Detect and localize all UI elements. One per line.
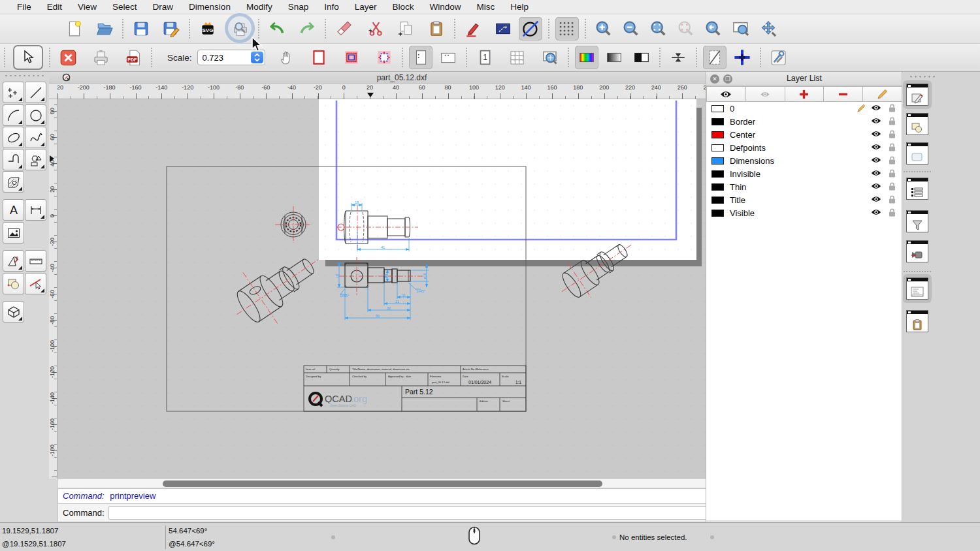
layer-visible-eye-icon[interactable] [871, 143, 881, 153]
scale-input[interactable] [198, 53, 248, 63]
layer-lock-icon[interactable] [889, 169, 896, 180]
drawing-canvas[interactable]: 18 41 [57, 99, 755, 479]
line-tools-icon[interactable] [25, 82, 46, 103]
copy-icon[interactable] [395, 17, 418, 40]
close-preview-icon[interactable] [56, 46, 80, 69]
circle-line-icon[interactable] [519, 17, 542, 40]
print-icon[interactable] [89, 46, 112, 69]
menu-item[interactable]: Block [385, 2, 422, 12]
draw-settings-icon[interactable] [3, 250, 24, 272]
zoom-selection-icon[interactable] [674, 17, 698, 40]
text-tools-icon[interactable]: A [3, 199, 24, 221]
zoom-in-icon[interactable] [592, 17, 615, 40]
add-layer-icon[interactable] [785, 86, 825, 102]
command-line-panel-icon[interactable] [906, 277, 928, 300]
palette-drag-handle[interactable] [4, 74, 44, 78]
layer-list-panel-icon[interactable] [906, 178, 928, 200]
solid-tools-icon[interactable] [3, 301, 24, 323]
edit-layer-icon[interactable] [857, 104, 866, 114]
portrait-icon[interactable] [409, 46, 433, 69]
paste-icon[interactable] [425, 17, 448, 40]
menu-item[interactable]: Layer [347, 2, 385, 12]
dimension-tools-icon[interactable] [25, 199, 46, 221]
clipboard-panel-icon[interactable] [906, 310, 928, 332]
library-browser-panel-icon[interactable] [906, 142, 928, 165]
hatch-tools-icon[interactable] [3, 171, 24, 193]
edit-layer-icon[interactable] [863, 86, 902, 102]
layer-row[interactable]: Dimensions [706, 154, 902, 167]
modify-tools-icon[interactable] [3, 273, 24, 294]
cut-icon[interactable] [365, 17, 388, 40]
draw-pencil-icon[interactable] [461, 17, 485, 40]
layer-lock-icon[interactable] [889, 195, 896, 206]
new-file-icon[interactable] [63, 17, 86, 40]
command-input[interactable] [108, 506, 735, 520]
horizontal-scrollbar[interactable]: 10 < 100 [49, 479, 755, 488]
zoom-out-icon[interactable] [619, 17, 643, 40]
zoom-page-icon[interactable] [538, 46, 562, 69]
layer-visible-eye-icon[interactable] [871, 208, 881, 218]
document-titlebar[interactable]: part_05.12.dxf [49, 72, 755, 84]
spline-tools-icon[interactable] [25, 127, 46, 148]
fit-page-icon[interactable] [372, 46, 396, 69]
point-tools-icon[interactable] [3, 82, 24, 103]
menu-item[interactable]: Misc [469, 2, 503, 12]
measure-ruler-icon[interactable] [25, 250, 46, 272]
menu-item[interactable]: Snap [280, 2, 317, 12]
save-as-icon[interactable] [159, 17, 183, 40]
layer-lock-icon[interactable] [889, 104, 896, 114]
arc-tools-icon[interactable] [3, 104, 24, 126]
remove-layer-icon[interactable] [824, 86, 863, 102]
shape-tools-icon[interactable] [25, 149, 46, 170]
print-preview-icon[interactable] [229, 17, 252, 40]
h-scroll-handle[interactable] [163, 480, 602, 487]
settings-icon[interactable] [767, 46, 791, 69]
open-folder-icon[interactable] [93, 17, 116, 40]
hide-all-eye-icon[interactable] [746, 86, 785, 102]
layer-lock-icon[interactable] [889, 130, 896, 140]
black-white-icon[interactable] [630, 46, 653, 69]
menu-item[interactable]: Select [105, 2, 145, 12]
page-diagonal-icon[interactable] [703, 46, 727, 69]
menu-item[interactable]: Dimension [181, 2, 238, 12]
grid-toggle-icon[interactable] [555, 17, 579, 40]
layer-row[interactable]: Border [706, 115, 902, 128]
pointer-icon[interactable] [13, 45, 43, 70]
single-page-icon[interactable]: 1 [473, 46, 497, 69]
layer-visible-eye-icon[interactable] [871, 156, 881, 166]
layer-visible-eye-icon[interactable] [871, 169, 881, 179]
image-tool-icon[interactable] [3, 222, 24, 244]
menu-item[interactable]: File [9, 2, 39, 12]
layer-lock-icon[interactable] [889, 156, 896, 166]
layer-row[interactable]: 0 [706, 102, 902, 115]
previous-view-icon[interactable] [702, 17, 725, 40]
layer-lock-icon[interactable] [889, 208, 896, 219]
layer-row[interactable]: Visible [706, 206, 902, 219]
layer-visible-eye-icon[interactable] [871, 182, 881, 192]
layer-row[interactable]: Thin [706, 180, 902, 193]
layer-visible-eye-icon[interactable] [871, 130, 881, 140]
layer-row[interactable]: Defpoints [706, 141, 902, 154]
menu-item[interactable]: Draw [145, 2, 182, 12]
svg-export-icon[interactable]: SVG [196, 17, 220, 40]
page-borders-icon[interactable] [340, 46, 363, 69]
circle-tools-icon[interactable] [25, 104, 46, 126]
view-panel-icon[interactable] [906, 240, 928, 262]
auto-fit-icon[interactable] [666, 46, 690, 69]
auto-zoom-icon[interactable] [647, 17, 670, 40]
polyline-tools-icon[interactable] [3, 149, 24, 170]
show-all-eye-icon[interactable] [706, 86, 746, 102]
trim-tools-icon[interactable] [25, 273, 46, 294]
multi-page-icon[interactable] [506, 46, 529, 69]
undo-icon[interactable] [265, 17, 289, 40]
menu-item[interactable]: Modify [238, 2, 280, 12]
selection-filter-panel-icon[interactable] [906, 210, 928, 232]
layer-visible-eye-icon[interactable] [871, 104, 881, 114]
layer-lock-icon[interactable] [889, 182, 896, 193]
full-color-icon[interactable] [575, 46, 598, 69]
landscape-icon[interactable] [436, 46, 460, 69]
ellipse-tools-icon[interactable] [3, 127, 24, 148]
menu-item[interactable]: Info [316, 2, 347, 12]
window-zoom-icon[interactable] [729, 17, 753, 40]
layer-visible-eye-icon[interactable] [871, 195, 881, 205]
